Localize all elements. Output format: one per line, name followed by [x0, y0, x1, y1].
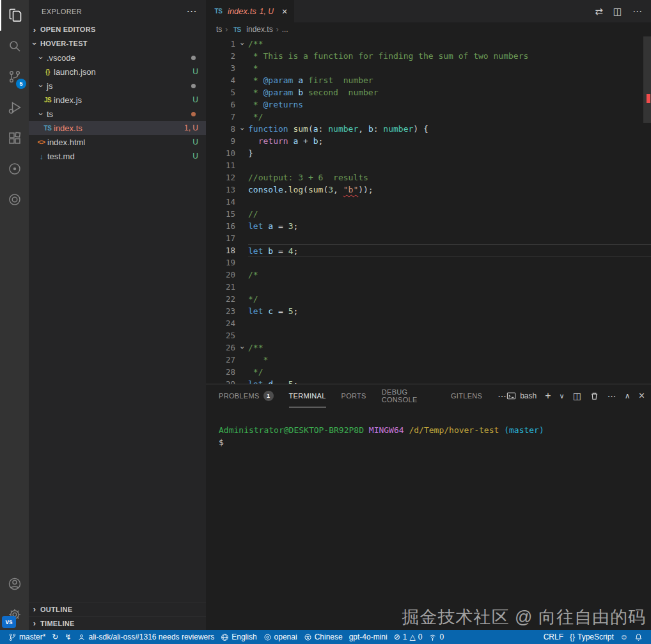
code-line-27[interactable]: 27 * — [206, 354, 651, 366]
fold-icon[interactable]: › — [236, 342, 248, 354]
code-line-14[interactable]: 14 — [206, 196, 651, 208]
tab-terminal[interactable]: TERMINAL — [289, 384, 326, 407]
more-actions-icon[interactable]: ⋯ — [608, 391, 616, 401]
code-line-21[interactable]: 21 — [206, 281, 651, 293]
language-mode-indicator[interactable]: {} TypeScript — [567, 630, 617, 644]
code-line-2[interactable]: 2 * This is a function for finding the s… — [206, 50, 651, 62]
explorer-icon[interactable] — [0, 0, 29, 31]
tree-item-index.js[interactable]: JSindex.jsU — [29, 93, 206, 107]
model-item[interactable]: gpt-4o-mini — [346, 630, 391, 644]
new-terminal-icon[interactable]: + — [545, 390, 551, 402]
close-panel-icon[interactable]: × — [639, 390, 645, 402]
tab-index-ts[interactable]: TS index.ts 1, U × — [206, 0, 294, 22]
tab-gitlens[interactable]: GITLENS — [451, 384, 482, 407]
fold-icon[interactable]: › — [236, 38, 248, 51]
split-terminal-icon[interactable]: ◫ — [573, 391, 581, 401]
feedback-button[interactable]: ☺ — [617, 630, 631, 644]
tree-item-ts[interactable]: ›ts — [29, 107, 206, 121]
code-line-9[interactable]: 9 return a + b; — [206, 135, 651, 147]
kill-terminal-icon[interactable] — [590, 391, 599, 402]
code-line-10[interactable]: 10} — [206, 147, 651, 159]
source-control-icon[interactable]: 5 — [0, 61, 29, 92]
close-icon[interactable]: × — [282, 6, 288, 17]
breadcrumb-symbol[interactable]: ... — [282, 25, 288, 34]
code-line-17[interactable]: 17 — [206, 232, 651, 244]
code-line-22[interactable]: 22*/ — [206, 293, 651, 305]
code-line-16[interactable]: 16let a = 3; — [206, 220, 651, 232]
code-line-24[interactable]: 24 — [206, 317, 651, 329]
more-actions-icon[interactable]: ⋯ — [187, 5, 197, 17]
code-line-28[interactable]: 28 */ — [206, 366, 651, 378]
outline-section[interactable]: › OUTLINE — [29, 602, 206, 616]
code-line-25[interactable]: 25 — [206, 329, 651, 342]
maximize-panel-icon[interactable]: ∧ — [625, 391, 631, 400]
shell-selector[interactable]: bash — [506, 391, 537, 401]
sync-changes-button[interactable]: ↻ — [49, 630, 61, 644]
extension-a-icon[interactable] — [0, 153, 29, 184]
code-line-15[interactable]: 15// — [206, 208, 651, 220]
tree-item-index.html[interactable]: <>index.htmlU — [29, 135, 206, 149]
code-line-23[interactable]: 23let c = 5; — [206, 305, 651, 317]
eol-label: CRLF — [544, 632, 563, 641]
tree-item-test.md[interactable]: ↓test.mdU — [29, 149, 206, 163]
open-changes-icon[interactable]: ⇄ — [595, 6, 603, 17]
code-line-11[interactable]: 11 — [206, 159, 651, 171]
code-line-18[interactable]: 18let b = 4; — [206, 244, 651, 256]
tab-debug-console[interactable]: DEBUG CONSOLE — [382, 384, 435, 407]
terminal-output[interactable]: Administrator@DESKTOP-BR92P8D MINGW64 /d… — [206, 407, 651, 448]
openai-item[interactable]: openai — [260, 630, 301, 644]
code-line-7[interactable]: 7 */ — [206, 111, 651, 123]
code-line-1[interactable]: 1›/** — [206, 38, 651, 50]
code-line-19[interactable]: 19 — [206, 256, 651, 269]
translate-item[interactable]: Chinese — [301, 630, 346, 644]
fold-icon[interactable]: › — [236, 123, 248, 136]
tree-item-launch.json[interactable]: {}launch.jsonU — [29, 65, 206, 79]
code-line-3[interactable]: 3 * — [206, 62, 651, 74]
code-line-12[interactable]: 12//output: 3 + 6 results — [206, 171, 651, 184]
more-actions-icon[interactable]: ⋯ — [632, 6, 642, 17]
ports-indicator[interactable]: 0 — [425, 630, 447, 644]
notifications-button[interactable] — [631, 630, 646, 644]
pr-review-item[interactable]: ali-sdk/ali-oss#1316 needs reviewers — [74, 630, 217, 644]
language-item[interactable]: English — [217, 630, 260, 644]
code-editor[interactable]: 1›/**2 * This is a function for finding … — [206, 36, 651, 384]
breadcrumb-folder[interactable]: ts — [216, 25, 222, 34]
code-line-4[interactable]: 4 * @param a first number — [206, 74, 651, 86]
terminal-label: TERMINAL — [289, 392, 326, 400]
settings-gear-icon[interactable]: vs — [0, 599, 29, 630]
run-and-debug-icon[interactable] — [0, 92, 29, 123]
code-line-6[interactable]: 6 * @returns — [206, 98, 651, 111]
open-editors-section[interactable]: › OPEN EDITORS — [29, 22, 206, 36]
split-editor-icon[interactable]: ◫ — [613, 6, 622, 17]
git-status-badge: U — [192, 152, 198, 161]
modified-dot — [191, 56, 196, 60]
accounts-icon[interactable] — [0, 569, 29, 599]
breadcrumb-file[interactable]: index.ts — [246, 25, 272, 34]
tree-item-.vscode[interactable]: ›.vscode — [29, 51, 206, 65]
code-line-13[interactable]: 13console.log(sum(3, "b")); — [206, 184, 651, 196]
code-line-20[interactable]: 20/* — [206, 269, 651, 281]
workspace-root-section[interactable]: › HOVER-TEST — [29, 36, 206, 51]
tab-problems[interactable]: PROBLEMS 1 — [219, 384, 274, 407]
code-line-29[interactable]: 29let d = 5; — [206, 378, 651, 384]
extensions-icon[interactable] — [0, 123, 29, 153]
tree-item-index.ts[interactable]: TSindex.ts1, U — [29, 121, 206, 135]
code-line-26[interactable]: 26›/** — [206, 342, 651, 354]
tree-item-js[interactable]: ›js — [29, 79, 206, 93]
more-panel-tabs-icon[interactable]: ⋯ — [498, 391, 506, 401]
code-line-5[interactable]: 5 * @param b second number — [206, 86, 651, 98]
terminal-dropdown-icon[interactable]: ∨ — [560, 392, 565, 400]
timeline-section[interactable]: › TIMELINE — [29, 616, 206, 630]
code-line-8[interactable]: 8›function sum(a: number, b: number) { — [206, 123, 651, 135]
problems-indicator[interactable]: ⊘ 1 △ 0 — [391, 630, 426, 644]
editor-actions: ⇄ ◫ ⋯ — [595, 0, 651, 22]
branch-indicator[interactable]: master* — [5, 630, 49, 644]
file-label: js — [47, 81, 52, 91]
tab-ports[interactable]: PORTS — [341, 384, 366, 407]
line-number: 11 — [206, 159, 235, 171]
eol-indicator[interactable]: CRLF — [540, 630, 567, 644]
extension-b-icon[interactable] — [0, 184, 29, 215]
quick-action-button[interactable]: ↯ — [61, 630, 74, 644]
search-icon[interactable] — [0, 31, 29, 61]
editor-scrollbar[interactable] — [643, 36, 651, 123]
